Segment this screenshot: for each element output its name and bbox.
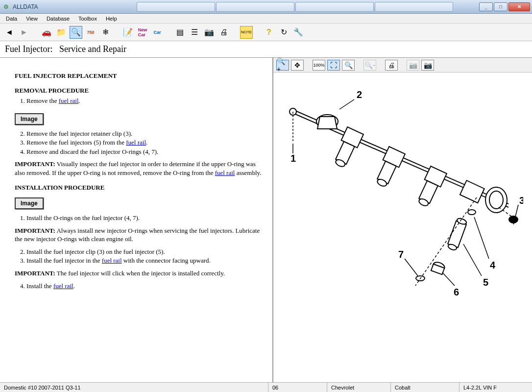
pan-icon[interactable]: ✥ bbox=[291, 60, 304, 71]
link-fuel-rail[interactable]: fuel rail bbox=[102, 257, 122, 264]
menu-toolbox[interactable]: Toolbox bbox=[74, 15, 101, 23]
prev-image-icon: 📷 bbox=[407, 60, 419, 71]
install-step: Install the O-rings on the fuel injector… bbox=[26, 214, 264, 222]
diagram-label-1: 1 bbox=[290, 153, 296, 164]
ac-icon[interactable]: ❄ bbox=[99, 26, 112, 39]
link-fuel-rail[interactable]: fuel rail bbox=[53, 282, 73, 290]
next-image-icon[interactable]: 📷 bbox=[421, 60, 434, 71]
menu-help[interactable]: Help bbox=[102, 15, 121, 23]
minimize-button[interactable]: _ bbox=[479, 2, 493, 11]
zoom-in-icon[interactable]: 🔍+ bbox=[276, 60, 289, 71]
window-title: ALLDATA bbox=[13, 3, 39, 10]
notes-icon[interactable]: 📝 bbox=[121, 26, 134, 39]
menu-view[interactable]: View bbox=[22, 15, 42, 23]
image-toolbar: 🔍+ ✥ 100% ⛶ 🔍 🔍- 🖨 📷 📷 bbox=[273, 58, 532, 73]
heading-installation: INSTALLATION PROCEDURE bbox=[15, 183, 264, 192]
vehicle-icon[interactable]: 🚗 bbox=[40, 26, 53, 39]
code-icon[interactable]: 750 bbox=[84, 26, 97, 39]
status-year: 06 bbox=[268, 383, 327, 392]
removal-step: Remove and discard the fuel injector O-r… bbox=[26, 147, 264, 156]
page-title-suffix: Service and Repair bbox=[59, 44, 126, 54]
menu-data[interactable]: Data bbox=[2, 15, 21, 23]
new-car-icon[interactable]: NewCar bbox=[136, 26, 149, 39]
diagram-label-2: 2 bbox=[357, 89, 362, 100]
car-icon[interactable]: Car bbox=[151, 26, 164, 39]
svg-line-27 bbox=[339, 99, 354, 109]
list-icon[interactable]: ▤ bbox=[173, 26, 186, 39]
menu-database[interactable]: Database bbox=[43, 15, 73, 23]
important-note: IMPORTANT: Always install new injector O… bbox=[15, 226, 264, 244]
svg-line-32 bbox=[442, 272, 455, 286]
index-icon[interactable]: ☰ bbox=[188, 26, 201, 39]
link-fuel-rail[interactable]: fuel rail bbox=[126, 139, 146, 146]
install-step: Install the fuel rail. bbox=[26, 282, 264, 291]
folder-icon[interactable]: 📁 bbox=[55, 26, 68, 39]
maximize-button[interactable]: □ bbox=[494, 2, 508, 11]
diagram-label-7: 7 bbox=[398, 249, 404, 260]
link-fuel-rail[interactable]: fuel rail bbox=[59, 97, 79, 104]
svg-line-25 bbox=[415, 197, 477, 286]
content-pane[interactable]: FUEL INJECTOR REPLACEMENT REMOVAL PROCED… bbox=[0, 58, 273, 392]
svg-point-16 bbox=[489, 191, 503, 209]
help-icon[interactable]: ? bbox=[263, 26, 275, 39]
important-note: IMPORTANT: The fuel injector will click … bbox=[15, 269, 264, 278]
bg-tab[interactable] bbox=[216, 2, 294, 12]
diagram-label-5: 5 bbox=[483, 277, 488, 288]
heading-replacement: FUEL INJECTOR REPLACEMENT bbox=[15, 72, 264, 80]
removal-step: Remove the fuel injector retainer clip (… bbox=[26, 129, 264, 138]
diagram-label-4: 4 bbox=[490, 260, 496, 270]
svg-point-20 bbox=[468, 210, 476, 215]
diag-icon[interactable]: 🔧 bbox=[292, 26, 305, 39]
main-toolbar: ◄ ► 🚗 📁 🔍 750 ❄ 📝 NewCar Car ▤ ☰ 📷 🖨 NOT… bbox=[0, 24, 532, 41]
page-header: Fuel Injector: Service and Repair bbox=[0, 41, 532, 58]
status-engine: L4-2.2L VIN F bbox=[459, 383, 532, 392]
status-database: Domestic #10 2007-2011 Q3-11 bbox=[0, 383, 268, 392]
camera-icon[interactable]: 📷 bbox=[203, 26, 216, 39]
page-title-prefix: Fuel Injector: bbox=[5, 44, 52, 54]
svg-line-31 bbox=[463, 244, 482, 276]
important-note: IMPORTANT: Visually inspect the fuel inj… bbox=[15, 160, 264, 177]
bg-tab[interactable] bbox=[295, 2, 374, 12]
window-titlebar: ⚙ ALLDATA _ □ ✕ bbox=[0, 0, 532, 14]
svg-point-21 bbox=[509, 216, 518, 223]
removal-step: Remove the fuel injectors (5) from the f… bbox=[26, 138, 264, 147]
svg-rect-17 bbox=[448, 221, 466, 248]
print-image-icon[interactable]: 🖨 bbox=[385, 60, 398, 71]
back-button[interactable]: ◄ bbox=[3, 26, 16, 39]
app-icon: ⚙ bbox=[2, 3, 10, 11]
bg-tab[interactable] bbox=[375, 2, 453, 12]
statusbar: Domestic #10 2007-2011 Q3-11 06 Chevrole… bbox=[0, 382, 532, 392]
diagram-viewport[interactable]: 1 2 3 4 5 6 7 bbox=[273, 73, 532, 392]
bg-tab[interactable] bbox=[137, 2, 215, 12]
print-icon[interactable]: 🖨 bbox=[218, 26, 230, 39]
install-step: Install the fuel injector in the fuel ra… bbox=[26, 256, 264, 265]
zoom-100-icon[interactable]: 100% bbox=[313, 60, 325, 71]
heading-removal: REMOVAL PROCEDURE bbox=[15, 86, 264, 95]
close-button[interactable]: ✕ bbox=[508, 2, 530, 11]
removal-step: Remove the fuel rail. bbox=[26, 97, 264, 105]
zoom-plus-icon[interactable]: 🔍 bbox=[342, 60, 355, 71]
install-step: Install the fuel injector clip (3) on th… bbox=[26, 247, 264, 256]
image-button[interactable]: Image bbox=[15, 197, 44, 209]
refresh-icon[interactable]: ↻ bbox=[277, 26, 290, 39]
image-button[interactable]: Image bbox=[15, 113, 44, 125]
fit-window-icon[interactable]: ⛶ bbox=[327, 60, 340, 71]
status-model: Cobalt bbox=[391, 383, 459, 392]
svg-line-30 bbox=[474, 217, 489, 259]
zoom-out-icon: 🔍- bbox=[363, 60, 376, 71]
note-sticky-icon[interactable]: NOTE bbox=[240, 26, 253, 39]
diagram-label-3: 3 bbox=[519, 195, 523, 206]
diagram-label-6: 6 bbox=[454, 287, 459, 297]
forward-button[interactable]: ► bbox=[18, 26, 30, 39]
link-fuel-rail[interactable]: fuel rail bbox=[215, 169, 235, 176]
svg-line-33 bbox=[405, 259, 418, 276]
search-icon[interactable]: 🔍 bbox=[70, 26, 82, 39]
menubar: Data View Database Toolbox Help bbox=[0, 14, 532, 24]
fuel-injector-diagram: 1 2 3 4 5 6 7 bbox=[278, 82, 523, 303]
status-make: Chevrolet bbox=[327, 383, 391, 392]
background-tabs bbox=[137, 2, 453, 12]
image-pane: 🔍+ ✥ 100% ⛶ 🔍 🔍- 🖨 📷 📷 bbox=[273, 58, 532, 392]
